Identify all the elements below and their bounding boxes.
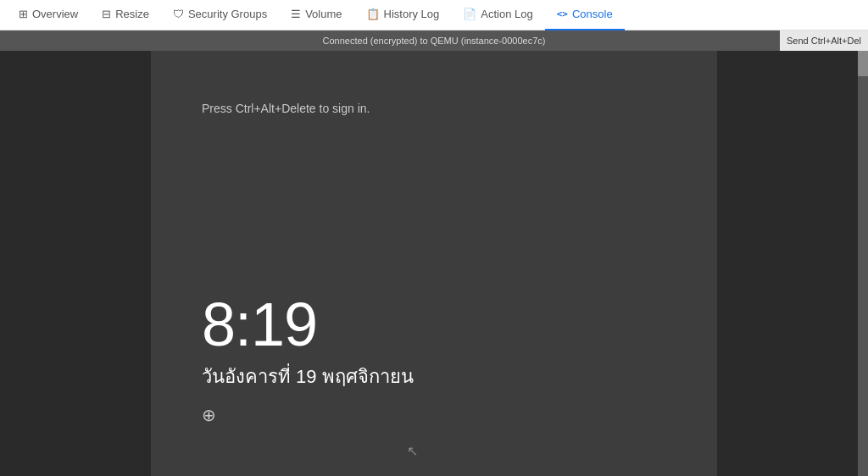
resize-icon: ⊟ [102, 8, 111, 19]
scrollbar-thumb [858, 51, 868, 76]
console-status-text: Connected (encrypted) to QEMU (instance-… [323, 36, 546, 46]
tab-overview[interactable]: ⊞ Overview [7, 0, 90, 30]
tab-security-groups[interactable]: 🛡 Security Groups [161, 0, 279, 30]
send-ctrl-alt-del-button[interactable]: Send Ctrl+Alt+Del [780, 30, 868, 51]
console-wrapper: Connected (encrypted) to QEMU (instance-… [0, 30, 868, 476]
tab-action-log[interactable]: 📄 Action Log [451, 0, 544, 30]
clock-time: 8:19 [202, 294, 666, 355]
lock-icon: ⊕ [202, 405, 666, 425]
console-scrollbar[interactable] [858, 51, 868, 476]
tab-volume[interactable]: ☰ Volume [279, 0, 353, 30]
tab-resize-label: Resize [115, 8, 149, 20]
history-icon: 📋 [366, 8, 380, 19]
lock-screen-content: Press Ctrl+Alt+Delete to sign in. 8:19 ว… [151, 51, 717, 476]
lock-screen: Press Ctrl+Alt+Delete to sign in. 8:19 ว… [0, 51, 868, 476]
tab-history-log-label: History Log [384, 8, 440, 20]
overview-icon: ⊞ [19, 8, 28, 19]
console-topbar: Connected (encrypted) to QEMU (instance-… [0, 30, 868, 51]
tab-resize[interactable]: ⊟ Resize [90, 0, 161, 30]
sign-in-prompt: Press Ctrl+Alt+Delete to sign in. [202, 102, 666, 115]
clock-area: 8:19 วันอังคารที่ 19 พฤศจิกายน ⊕ [202, 294, 666, 442]
security-icon: 🛡 [173, 8, 184, 19]
console-icon: <> [557, 9, 568, 19]
volume-icon: ☰ [291, 8, 301, 19]
tab-volume-label: Volume [305, 8, 342, 20]
tab-security-groups-label: Security Groups [188, 8, 267, 20]
action-icon: 📄 [463, 8, 476, 19]
clock-date: วันอังคารที่ 19 พฤศจิกายน [202, 362, 666, 391]
tab-console-label: Console [572, 8, 613, 20]
tab-bar: ⊞ Overview ⊟ Resize 🛡 Security Groups ☰ … [0, 0, 868, 30]
tab-action-log-label: Action Log [481, 8, 532, 20]
tab-console[interactable]: <> Console [545, 0, 625, 30]
tab-history-log[interactable]: 📋 History Log [354, 0, 452, 30]
tab-overview-label: Overview [32, 8, 78, 20]
